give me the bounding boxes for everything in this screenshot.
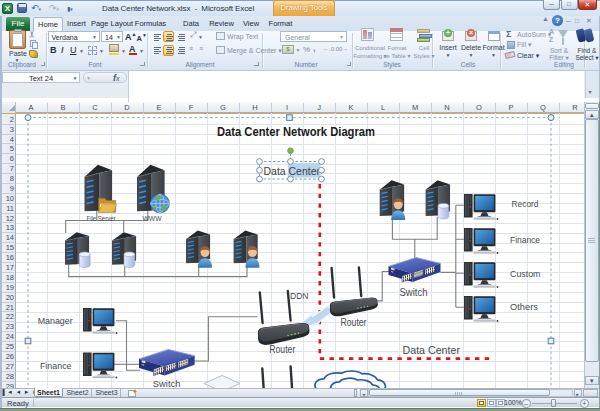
svg-text:Manager: Manager	[38, 315, 73, 326]
svg-text:Data Center: Data Center	[264, 165, 321, 177]
svg-text:Finance: Finance	[40, 360, 72, 371]
svg-text:Data Center: Data Center	[403, 344, 461, 356]
svg-text:Router: Router	[341, 317, 368, 328]
svg-text:Record: Record	[512, 198, 539, 209]
svg-text:File Server: File Server	[87, 214, 116, 223]
svg-text:Router: Router	[269, 344, 296, 355]
svg-text:Custom: Custom	[510, 268, 541, 279]
svg-text:DDN: DDN	[290, 290, 309, 301]
svg-text:Data Center Network Diagram: Data Center Network Diagram	[217, 125, 375, 139]
svg-text:Switch: Switch	[400, 287, 428, 298]
svg-text:WWW: WWW	[143, 214, 163, 223]
svg-text:Others: Others	[510, 301, 538, 312]
svg-text:Finance: Finance	[510, 234, 540, 245]
